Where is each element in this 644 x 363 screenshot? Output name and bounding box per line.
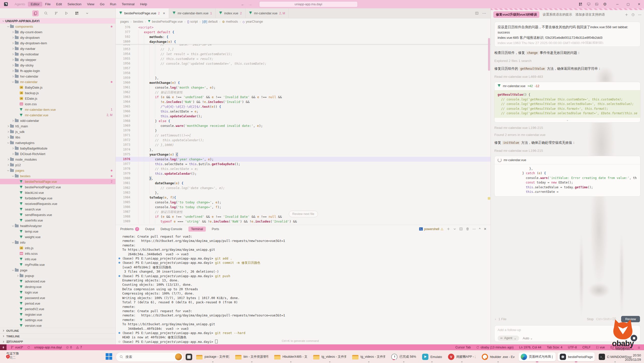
tree-file[interactable]: sendRequests.vue [0,212,115,217]
chevron-right-icon[interactable] [11,58,15,61]
menu-item-editor[interactable]: Editor [28,2,42,7]
terminal-output[interactable]: remote: Create pull request for vue3:rem… [116,233,491,344]
breadcrumb-item[interactable]: [@]default [202,20,218,23]
collapse-panel-icon[interactable]: ^ [479,227,480,231]
chevron-down-icon[interactable] [11,241,15,244]
tree-folder[interactable]: diy-sticky [0,62,115,68]
sidebar-panel-TIMELINE[interactable]: TIMELINE [0,333,115,339]
review-button[interactable]: Review [621,316,640,322]
chevron-right-icon[interactable] [6,130,10,133]
tree-folder[interactable]: diy-noticebar [0,51,115,57]
tree-file[interactable]: bestiePeriodPageV2.vue [0,184,115,190]
tree-folder[interactable]: page [0,267,115,273]
menu-item-edit[interactable]: Edit [53,2,65,7]
forward-icon[interactable]: → [249,2,252,6]
tree-file[interactable]: bestiePeriodPage.vue2 [0,179,115,184]
extensions-icon[interactable] [73,10,80,16]
menu-item-selection[interactable]: Selection [65,2,84,7]
editor-tab[interactable]: mr-calendar-item.vue1 [169,8,216,18]
taskbar-app[interactable]: tg_videos - 文件资源 [350,353,387,361]
attach-image-icon[interactable] [624,337,627,340]
sidebar-panel-OUTLINE[interactable]: OUTLINE [0,328,115,333]
close-icon[interactable]: ✕ [163,12,165,15]
tree-file[interactable]: receivedRequests.vue [0,201,115,206]
breadcrumb-item[interactable]: ⚙methods [222,20,238,24]
tree-file[interactable]: userInfo.vue [0,217,115,223]
close-panel-icon[interactable]: ✕ [484,227,487,231]
taskbar-app[interactable]: 页面样式与布局 | un [519,352,556,361]
tree-folder[interactable]: besties [0,173,115,179]
status-item[interactable]: vue3* [11,346,23,349]
editor-tab[interactable]: index.vue2 [216,8,245,18]
editor-tab[interactable]: bestiePeriodPage.vue2✕ [116,8,169,18]
tree-file[interactable]: temp.vue [0,229,115,234]
editor-tab[interactable]: mr-calendar.vue2, M [246,8,289,18]
command-search-box[interactable]: uniapp-app.ma.dayi [259,1,358,7]
taskbar-app[interactable]: tg_videos - 文件资源 [311,353,348,361]
status-item[interactable]: Tab Size: 4 [547,346,562,349]
tree-file[interactable]: JSBabyDate.js [0,85,115,90]
project-root[interactable]: UNIAPP-APP.MA.DAYI [0,18,115,24]
status-item[interactable] [27,346,30,349]
status-item[interactable]: 0 [66,346,72,349]
taskbar-app[interactable]: hbuilder .exe - Every [480,352,517,361]
tree-folder[interactable]: info [0,240,115,245]
tree-file[interactable]: JSEDate.js [0,96,115,101]
tree-folder[interactable]: diy-dropdown [0,35,115,40]
chevron-right-icon[interactable] [11,119,15,122]
chat-session-tab[interactable]: 设置系统语言的提示 [543,12,572,17]
tree-folder[interactable]: js_sdk [0,129,115,134]
stop-generating-button[interactable] [631,335,637,341]
start-button[interactable] [105,353,114,361]
more-icon[interactable]: ⋯ [638,13,641,17]
tree-file[interactable]: mr-calendar-item.vue1 [0,107,115,112]
chevron-right-icon[interactable] [11,64,15,67]
agent-mode-dropdown[interactable]: ∞ Agent ⌄ [498,336,519,341]
taskbar-app[interactable]: V闺蜜圈APP - ; [446,352,478,361]
status-item[interactable]: Background [610,346,632,349]
tree-folder[interactable]: xdd-calendar [0,118,115,123]
tree-file[interactable]: weight.vue [0,234,115,240]
tree-file[interactable]: blackList.vue [0,190,115,195]
tree-file[interactable]: mr-calendar.vue2, M [0,112,115,118]
chevron-down-icon[interactable] [11,81,15,83]
maximize-button[interactable]: ▢ [625,2,631,6]
menu-item-help[interactable]: Help [137,2,150,7]
menu-item-file[interactable]: File [42,2,53,7]
changed-files-count[interactable]: 1 File [498,317,506,321]
source-control-icon[interactable] [53,10,59,16]
tree-folder[interactable]: healthAnalyzer [0,223,115,229]
shell-selector[interactable]: powershell [419,227,444,231]
taskbar-app[interactable]: 已完成 56% [389,352,418,361]
tree-folder[interactable]: p12 [0,162,115,168]
chevron-right-icon[interactable] [11,36,15,39]
tree-file[interactable]: login.vue [0,289,115,295]
breadcrumb-item[interactable]: pages [120,20,129,23]
menu-item-view[interactable]: View [84,2,97,7]
files-caret-icon[interactable]: › [495,317,496,321]
status-item[interactable]: Cursor Tab [455,346,471,349]
chevron-right-icon[interactable] [11,53,15,56]
tree-folder[interactable]: libs [0,134,115,140]
menu-item-go[interactable]: Go [97,2,107,7]
tree-file[interactable]: register.vue [0,312,115,317]
status-item[interactable]: CRLF [582,346,591,349]
search-icon[interactable] [43,10,49,16]
tree-folder[interactable]: diy-count-down [0,29,115,35]
status-item[interactable]: uniapp-app.ma.dayi [34,346,62,349]
model-dropdown[interactable]: Auto ⌄ [523,336,533,340]
tree-folder[interactable]: diy-navbar [0,46,115,51]
chevron-down-icon[interactable] [6,169,10,172]
quick-run-icon[interactable] [0,344,7,350]
tree-file[interactable]: JSinfo.js [0,245,115,251]
chat-session-tab[interactable]: 修复vue2升级到vue3的错误 [493,11,539,18]
tree-folder[interactable]: mr-calendar [0,79,115,85]
run-debug-icon[interactable] [63,10,70,16]
tree-file[interactable]: sassinfo.scss [0,251,115,256]
taskbar-search[interactable]: 搜索 [116,352,184,362]
code-editor[interactable]: 376<script>377export default {592methods… [116,25,491,225]
chevron-right-icon[interactable] [6,158,10,161]
chevron-right-icon[interactable] [6,136,10,139]
chevron-right-icon[interactable] [11,47,15,50]
weather-widget[interactable]: 7 气温下降 下周二 [4,352,19,360]
